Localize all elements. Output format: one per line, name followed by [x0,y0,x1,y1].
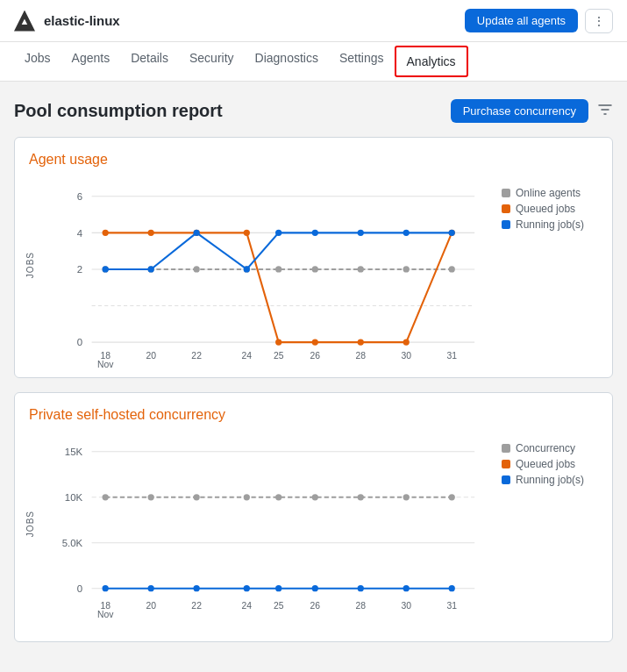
svg-point-40 [244,266,250,272]
svg-text:26: 26 [310,351,321,361]
svg-point-75 [193,585,199,591]
tab-security[interactable]: Security [179,42,245,82]
running-jobs-label-2: Running job(s) [516,474,584,486]
svg-point-67 [244,494,250,500]
svg-point-44 [403,230,410,236]
online-agents-dot [502,189,510,197]
svg-point-73 [103,585,109,591]
svg-text:25: 25 [274,601,284,611]
agent-usage-chart-wrapper: JOBS 6 4 2 0 18 Nov 20 [29,178,493,363]
running-jobs-dot [502,220,510,229]
page-title: Pool consumption report [14,101,223,121]
svg-text:28: 28 [355,601,366,611]
filter-icon[interactable] [597,102,613,121]
update-agents-button[interactable]: Update all agents [465,9,578,32]
legend-queued-jobs-2: Queued jobs [502,458,598,470]
concurrency-y-label: JOBS [25,511,35,537]
running-jobs-label: Running job(s) [516,218,584,231]
svg-point-80 [403,585,410,591]
svg-text:31: 31 [446,601,457,611]
header-actions: Purchase concurrency [451,99,613,123]
svg-point-39 [194,230,200,236]
concurrency-label: Concurrency [516,442,575,454]
agent-usage-card: Agent usage JOBS 6 4 2 0 18 [14,137,613,378]
svg-text:Nov: Nov [97,610,114,619]
svg-point-45 [449,230,455,236]
tab-agents[interactable]: Agents [61,42,121,82]
svg-text:20: 20 [146,601,156,611]
org-name: elastic-linux [44,13,120,28]
svg-text:25: 25 [274,351,284,361]
queued-jobs-dot-2 [502,460,510,468]
svg-point-35 [403,339,410,345]
top-bar-actions: Update all agents ⋮ [465,9,613,33]
svg-text:30: 30 [401,601,411,611]
svg-point-81 [449,585,455,591]
svg-text:24: 24 [242,601,253,611]
svg-text:0: 0 [77,337,82,347]
svg-text:28: 28 [355,351,366,361]
more-options-button[interactable]: ⋮ [585,9,613,33]
svg-point-78 [312,585,318,591]
svg-text:18: 18 [100,601,110,611]
concurrency-dot [502,444,510,453]
svg-point-28 [103,230,109,236]
svg-point-43 [358,230,364,236]
svg-point-68 [275,494,281,500]
svg-text:0: 0 [77,583,82,594]
svg-point-76 [244,585,250,591]
concurrency-title: Private self-hosted concurrency [29,407,598,423]
svg-text:15K: 15K [65,447,83,457]
purchase-concurrency-button[interactable]: Purchase concurrency [451,99,588,123]
agent-usage-svg: 6 4 2 0 18 Nov 20 22 24 25 26 28 30 31 [55,178,493,361]
queued-jobs-label-2: Queued jobs [516,458,575,470]
top-bar: ▲ elastic-linux Update all agents ⋮ [0,0,627,42]
svg-text:31: 31 [446,351,457,361]
agent-usage-y-label: JOBS [25,252,35,278]
tab-details[interactable]: Details [120,42,179,82]
svg-point-70 [358,494,364,500]
tab-settings[interactable]: Settings [329,42,395,82]
svg-point-37 [103,266,109,272]
svg-point-24 [312,266,318,272]
svg-text:6: 6 [77,191,82,202]
tab-diagnostics[interactable]: Diagnostics [245,42,329,82]
nav-tabs: Jobs Agents Details Security Diagnostics… [0,42,627,82]
running-jobs-dot-2 [502,475,510,484]
svg-point-21 [194,266,200,272]
agent-usage-legend: Online agents Queued jobs Running job(s) [502,178,598,363]
page-header: Pool consumption report Purchase concurr… [14,99,613,123]
svg-point-41 [275,230,281,236]
legend-online-agents: Online agents [502,187,598,199]
queued-jobs-label: Queued jobs [516,203,575,215]
concurrency-card: Private self-hosted concurrency JOBS 15K… [14,392,613,642]
svg-point-33 [312,339,318,345]
svg-text:24: 24 [242,351,253,361]
svg-point-64 [103,494,109,500]
queued-jobs-dot [502,204,510,213]
svg-text:26: 26 [310,601,321,611]
concurrency-svg: 15K 10K 5.0K 0 18 Nov 20 22 24 25 26 28 … [55,433,493,625]
svg-point-34 [358,339,364,345]
concurrency-legend: Concurrency Queued jobs Running job(s) [502,433,598,627]
svg-point-26 [403,266,410,272]
svg-point-38 [148,266,154,272]
svg-point-65 [148,494,154,500]
online-agents-label: Online agents [516,187,581,199]
svg-text:22: 22 [191,601,202,611]
svg-text:18: 18 [100,351,110,361]
svg-text:10K: 10K [65,492,83,503]
tab-analytics[interactable]: Analytics [395,46,468,77]
tab-jobs[interactable]: Jobs [14,42,61,82]
svg-point-71 [403,494,410,500]
svg-text:30: 30 [401,351,411,361]
svg-point-77 [275,585,281,591]
svg-text:4: 4 [77,228,83,239]
svg-point-31 [244,230,250,236]
svg-point-27 [449,266,455,272]
svg-point-79 [358,585,364,591]
svg-text:22: 22 [191,351,202,361]
svg-point-69 [312,494,318,500]
svg-point-32 [275,339,281,345]
concurrency-chart-wrapper: JOBS 15K 10K 5.0K 0 18 Nov 20 22 [29,433,493,627]
